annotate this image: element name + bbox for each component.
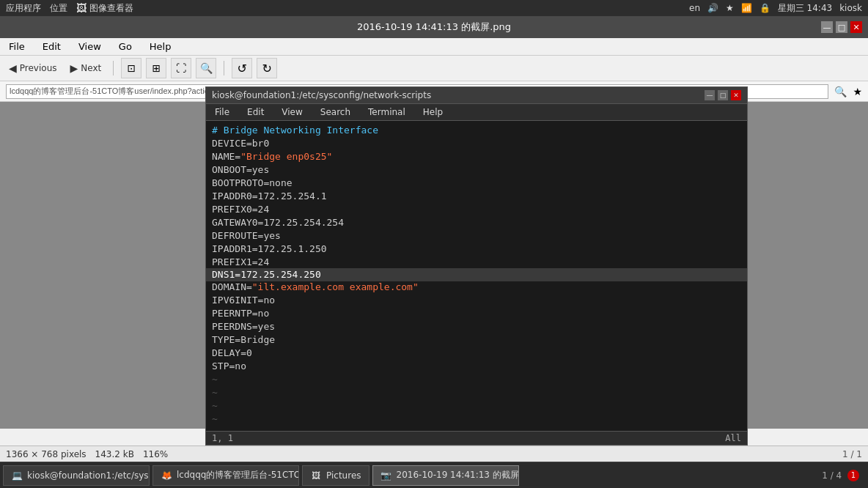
terminal-content[interactable]: # Bridge Networking Interface DEVICE=br0…	[206, 121, 747, 431]
menu-view[interactable]: View	[76, 40, 104, 53]
fullscreen-btn[interactable]: ⛶	[171, 58, 191, 78]
term-line-12: DOMAIN="ilt.example.com example.com"	[212, 281, 741, 294]
term-line-3: NAME="Bridge enp0s25"	[212, 150, 741, 163]
term-line-2: DEVICE=br0	[212, 137, 741, 150]
taskbar-pictures-label: Pictures	[326, 470, 361, 481]
term-menu-terminal[interactable]: Terminal	[365, 106, 408, 119]
term-line-tilde2: ~	[212, 386, 741, 399]
terminal-window: kiosk@foundation1:/etc/sysconfig/network…	[205, 86, 748, 446]
terminal-taskbar-icon: 💻	[11, 470, 23, 481]
imageviewer-menubar: File Edit View Go Help	[0, 38, 868, 56]
notification-badge: 1	[847, 470, 859, 481]
fit-btn[interactable]: ⊡	[121, 58, 141, 78]
file-size: 143.2 kB	[95, 449, 134, 459]
taskbar-item-pictures[interactable]: 🖼 Pictures	[302, 465, 369, 486]
orig-size-btn[interactable]: ⊞	[146, 58, 166, 78]
bookmark-icon[interactable]: ★	[853, 86, 862, 97]
taskbar-browser-label: lcdqqq的博客管理后台-51CTO···	[177, 469, 299, 481]
term-line-11: PREFIX1=24	[212, 256, 741, 269]
menu-edit[interactable]: Edit	[40, 40, 64, 53]
term-menu-file[interactable]: File	[212, 106, 232, 119]
taskbar-item-screenshot[interactable]: 📷 2016-10-19 14:41:13 的截屏.png	[372, 465, 519, 486]
system-bar: 应用程序 位置 🖼 图像查看器 en 🔊 ★ 📶 🔒 星期三 14:43 kio…	[0, 0, 868, 16]
app-name: 🖼 图像查看器	[76, 2, 133, 15]
lang-indicator[interactable]: en	[689, 3, 700, 13]
term-line-9: DEFROUTE=yes	[212, 229, 741, 243]
pictures-taskbar-icon: 🖼	[310, 470, 322, 481]
search-icon[interactable]: 🔍	[834, 86, 847, 97]
taskbar-pagination: 1 / 4 1	[816, 470, 865, 481]
app-menu[interactable]: 应用程序	[6, 2, 41, 15]
zoom-out-btn[interactable]: 🔍	[196, 58, 216, 78]
term-menu-view[interactable]: View	[279, 106, 305, 119]
app-icon: 🖼	[76, 2, 87, 14]
rotate-right-btn[interactable]: ↻	[257, 58, 277, 78]
term-menu-search[interactable]: Search	[317, 106, 353, 119]
term-line-5: BOOTPROTO=none	[212, 177, 741, 190]
imageviewer-titlebar: 2016-10-19 14:41:13 的截屏.png — □ ✕	[0, 16, 868, 38]
wifi-icon[interactable]: 📶	[741, 3, 752, 13]
term-line-1: # Bridge Networking Interface	[212, 124, 741, 137]
prev-button[interactable]: ◀ Previous	[4, 61, 62, 75]
taskbar-terminal-label: kiosk@foundation1:/etc/syscon···	[27, 470, 150, 481]
terminal-titlebar-btns: — □ ✕	[705, 90, 741, 100]
imageviewer-title: 2016-10-19 14:41:13 的截屏.png	[357, 21, 511, 34]
terminal-titlebar: kiosk@foundation1:/etc/sysconfig/network…	[206, 87, 747, 104]
term-line-8: GATEWAY0=172.25.254.254	[212, 216, 741, 229]
terminal-title: kiosk@foundation1:/etc/sysconfig/network…	[212, 90, 431, 100]
maximize-button[interactable]: □	[836, 21, 847, 33]
term-line-15: PEERDNS=yes	[212, 320, 741, 333]
next-button[interactable]: ▶ Next	[66, 61, 106, 75]
term-menu-edit[interactable]: Edit	[244, 106, 267, 119]
term-menu-help[interactable]: Help	[420, 106, 446, 119]
term-line-7: PREFIX0=24	[212, 203, 741, 216]
imageviewer-toolbar: ◀ Previous ▶ Next ⊡ ⊞ ⛶ 🔍 ↺ ↻	[0, 56, 868, 81]
image-dimensions: 1366 × 768 pixels	[6, 449, 87, 459]
prev-icon: ◀	[9, 62, 17, 74]
terminal-minimize-btn[interactable]: —	[705, 90, 715, 100]
term-line-dns: DNS1=172.25.254.250	[206, 268, 747, 281]
titlebar-buttons: — □ ✕	[821, 21, 862, 33]
rotate-left-btn[interactable]: ↺	[232, 58, 252, 78]
term-line-14: PEERNTP=no	[212, 307, 741, 320]
system-bar-right: en 🔊 ★ 📶 🔒 星期三 14:43 kiosk	[689, 2, 862, 15]
browser-taskbar-icon: 🦊	[161, 470, 172, 481]
bluetooth-icon[interactable]: ★	[726, 3, 734, 13]
terminal-close-btn[interactable]: ✕	[731, 90, 741, 100]
term-line-4: ONBOOT=yes	[212, 163, 741, 177]
toolbar-separator	[113, 61, 114, 75]
menu-go[interactable]: Go	[116, 40, 135, 53]
close-button[interactable]: ✕	[850, 21, 862, 33]
menu-file[interactable]: File	[6, 40, 28, 53]
menu-help[interactable]: Help	[147, 40, 174, 53]
system-bar-left: 应用程序 位置 🖼 图像查看器	[6, 2, 133, 15]
volume-icon[interactable]: 🔊	[707, 3, 718, 13]
taskbar-item-terminal[interactable]: 💻 kiosk@foundation1:/etc/syscon···	[3, 465, 150, 486]
terminal-maximize-btn[interactable]: □	[718, 90, 728, 100]
taskbar: 💻 kiosk@foundation1:/etc/syscon··· 🦊 lcd…	[0, 462, 868, 488]
datetime: 星期三 14:43	[778, 2, 832, 15]
taskbar-item-browser[interactable]: 🦊 lcdqqq的博客管理后台-51CTO···	[152, 465, 299, 486]
image-pagination: 1 / 1	[842, 449, 862, 459]
term-line-17: DELAY=0	[212, 347, 741, 360]
term-line-tilde1: ~	[212, 373, 741, 386]
lock-icon[interactable]: 🔒	[760, 3, 770, 13]
terminal-menubar: File Edit View Search Terminal Help	[206, 104, 747, 121]
zoom-level: 116%	[143, 449, 168, 459]
toolbar-separator2	[224, 61, 224, 75]
cursor-position: 1, 1	[212, 433, 233, 443]
term-line-10: IPADDR1=172.25.1.250	[212, 243, 741, 256]
term-line-6: IPADDR0=172.25.254.1	[212, 190, 741, 203]
term-line-16: TYPE=Bridge	[212, 333, 741, 347]
minimize-button[interactable]: —	[821, 21, 833, 33]
term-line-tilde4: ~	[212, 413, 741, 426]
view-status: All	[725, 433, 741, 443]
term-line-tilde3: ~	[212, 399, 741, 413]
term-line-13: IPV6INIT=no	[212, 294, 741, 307]
places-menu[interactable]: 位置	[50, 2, 67, 15]
screenshot-taskbar-icon: 📷	[380, 470, 392, 481]
next-icon: ▶	[70, 62, 78, 74]
taskbar-screenshot-label: 2016-10-19 14:41:13 的截屏.png	[397, 469, 519, 481]
term-line-18: STP=no	[212, 360, 741, 373]
terminal-statusbar: 1, 1 All	[206, 431, 747, 445]
